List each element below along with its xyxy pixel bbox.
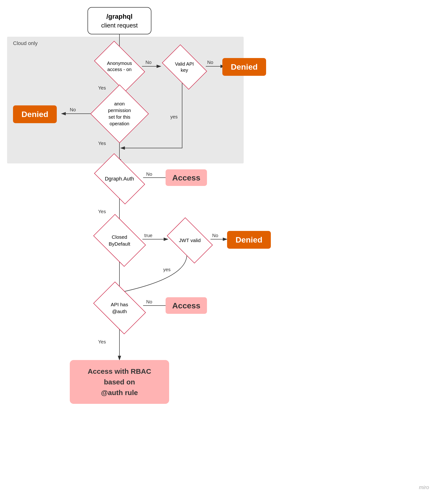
access-box-2: Access xyxy=(166,297,207,314)
diamond-api-has-auth: API has@auth xyxy=(89,290,150,326)
denied-box-3: Denied xyxy=(227,231,271,249)
access-box-1: Access xyxy=(166,169,207,186)
start-box: /graphql client request xyxy=(88,7,151,34)
svg-text:Yes: Yes xyxy=(98,209,106,214)
miro-label: miro xyxy=(419,484,429,491)
start-box-line2: client request xyxy=(101,21,138,30)
diamond-anon-permission: anonpermissionset for thisoperation xyxy=(89,90,150,137)
diamond-anon-access: Anonymousaccess - on xyxy=(89,50,150,83)
start-box-line1: /graphql xyxy=(101,12,138,21)
diamond-dgraph-auth: Dgraph.Auth xyxy=(89,162,150,195)
svg-text:Yes: Yes xyxy=(98,339,106,345)
denied-box-2: Denied xyxy=(13,105,57,123)
diamond-jwt-valid: JWT valid xyxy=(164,225,215,256)
access-rbac-box: Access with RBAC based on @auth rule xyxy=(70,360,169,404)
svg-text:yes: yes xyxy=(163,267,171,272)
diamond-valid-api-key: Valid APIkey xyxy=(159,51,210,83)
denied-box-1: Denied xyxy=(222,58,266,76)
diagram-container: Cloud only /graphql client request No No… xyxy=(0,0,448,500)
cloud-label: Cloud only xyxy=(13,40,38,46)
diamond-closed-by-default: ClosedByDefault xyxy=(89,223,150,258)
